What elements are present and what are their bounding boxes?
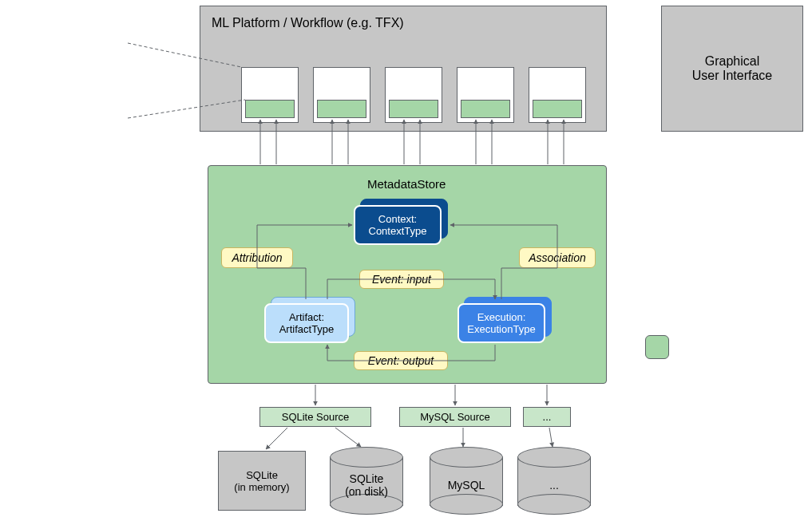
other-source-text: ... <box>543 411 552 423</box>
execution-line2: ExecutionType <box>467 323 535 335</box>
sqlite-disk-line1: SQLite <box>350 472 384 485</box>
artifact-line2: ArtifactType <box>279 323 335 335</box>
execution-card: Execution: ExecutionType <box>457 303 545 343</box>
legend-flag-icon <box>645 335 669 359</box>
gui-line2: User Interface <box>692 69 772 83</box>
svg-line-15 <box>266 428 287 449</box>
ml-platform-title: ML Platform / Workflow (e.g. TFX) <box>212 16 404 30</box>
mysql-source-bar: MySQL Source <box>399 407 511 427</box>
mysql-label: MySQL <box>448 479 485 491</box>
workflow-step-1-inner <box>245 100 295 118</box>
sqlite-disk-line2: (on disk) <box>345 485 388 498</box>
sqlite-source-bar: SQLite Source <box>259 407 371 427</box>
gui-box: Graphical User Interface <box>661 6 803 132</box>
workflow-step-5-inner <box>533 100 582 118</box>
association-text: Association <box>529 251 586 264</box>
sqlite-disk-cylinder: SQLite (on disk) <box>330 447 403 515</box>
context-card: Context: ContextType <box>354 205 442 245</box>
svg-line-18 <box>549 428 553 447</box>
sqlite-memory-box: SQLite (in memory) <box>218 451 306 511</box>
mysql-source-text: MySQL Source <box>420 411 490 423</box>
association-label: Association <box>519 247 596 268</box>
gui-line1: Graphical <box>705 54 759 69</box>
event-output-label: Event: output <box>354 351 448 370</box>
context-line1: Context: <box>378 213 417 225</box>
attribution-label: Attribution <box>221 247 293 268</box>
workflow-step-4-inner <box>461 100 510 118</box>
attribution-text: Attribution <box>232 251 282 264</box>
event-input-label: Event: input <box>359 270 444 289</box>
event-output-text: Event: output <box>368 354 434 367</box>
sqlite-mem-line1: SQLite <box>246 469 278 481</box>
metadatastore-title: MetadataStore <box>367 177 446 191</box>
workflow-step-3-inner <box>389 100 438 118</box>
event-input-text: Event: input <box>372 273 431 286</box>
context-line2: ContextType <box>369 225 427 237</box>
other-source-bar: ... <box>523 407 571 427</box>
artifact-line1: Artifact: <box>289 311 324 323</box>
artifact-card: Artifact: ArtifactType <box>264 303 349 343</box>
mysql-cylinder: MySQL <box>430 447 503 515</box>
workflow-step-2-inner <box>317 100 366 118</box>
other-cylinder: ... <box>517 447 591 515</box>
sqlite-mem-line2: (in memory) <box>234 481 289 493</box>
sqlite-source-text: SQLite Source <box>282 411 350 423</box>
execution-line1: Execution: <box>477 311 526 323</box>
svg-line-16 <box>335 428 361 447</box>
other-db-label: ... <box>549 479 559 491</box>
